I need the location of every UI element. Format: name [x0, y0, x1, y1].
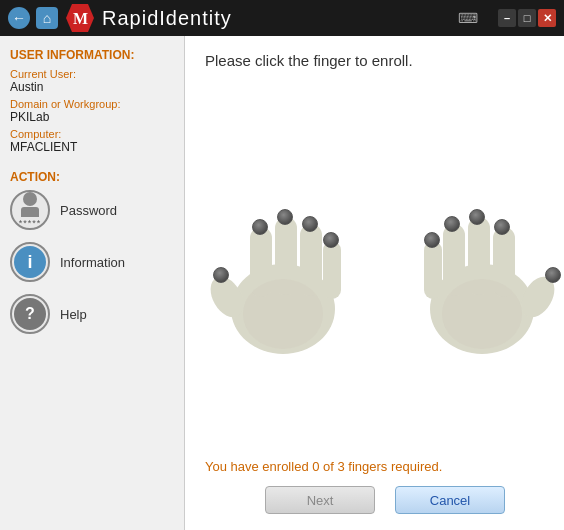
right-hand [405, 179, 564, 359]
current-user-value: Austin [10, 80, 174, 94]
information-icon: i [10, 242, 50, 282]
cancel-button[interactable]: Cancel [395, 486, 505, 514]
app-title: RapidIdentity [102, 7, 232, 30]
help-label: Help [60, 307, 87, 322]
action-help[interactable]: ? Help [10, 294, 174, 334]
computer-label: Computer: [10, 128, 174, 140]
right-ring-button[interactable] [444, 216, 460, 232]
bottom-buttons: Next Cancel [205, 486, 564, 514]
help-circle-icon: ? [14, 298, 46, 330]
enrolled-status: You have enrolled 0 of 3 fingers require… [205, 459, 564, 474]
current-user-label: Current User: [10, 68, 174, 80]
left-pinky-button[interactable] [323, 232, 339, 248]
prompt-text: Please click the finger to enroll. [205, 52, 564, 69]
left-middle-button[interactable] [277, 209, 293, 225]
svg-rect-11 [424, 241, 442, 299]
action-title: ACTION: [10, 170, 174, 184]
domain-value: PKILab [10, 110, 174, 124]
left-hand [205, 179, 365, 359]
computer-value: MFACLIENT [10, 140, 174, 154]
computer-row: Computer: MFACLIENT [10, 128, 174, 154]
minimize-button[interactable]: – [498, 9, 516, 27]
svg-text:M: M [73, 10, 88, 27]
password-icon: ***** [10, 190, 50, 230]
keyboard-icon: ⌨ [458, 10, 478, 26]
right-pinky-button[interactable] [424, 232, 440, 248]
action-password[interactable]: ***** Password [10, 190, 174, 230]
home-button[interactable]: ⌂ [36, 7, 58, 29]
user-info-title: USER INFORMATION: [10, 48, 174, 62]
password-label: Password [60, 203, 117, 218]
current-user-row: Current User: Austin [10, 68, 174, 94]
content-area: Please click the finger to enroll. [185, 36, 564, 530]
action-section: ACTION: ***** Password i Information [10, 170, 174, 334]
domain-row: Domain or Workgroup: PKILab [10, 98, 174, 124]
back-button[interactable]: ← [8, 7, 30, 29]
sidebar: USER INFORMATION: Current User: Austin D… [0, 36, 185, 530]
hands-container [205, 79, 564, 459]
app-logo: M RapidIdentity [64, 2, 232, 34]
right-thumb-button[interactable] [545, 267, 561, 283]
right-middle-button[interactable] [469, 209, 485, 225]
svg-point-15 [442, 279, 522, 349]
window-controls: – □ ✕ [498, 9, 556, 27]
close-button[interactable]: ✕ [538, 9, 556, 27]
help-icon: ? [10, 294, 50, 334]
domain-label: Domain or Workgroup: [10, 98, 174, 110]
info-circle-icon: i [14, 246, 46, 278]
svg-point-8 [243, 279, 323, 349]
right-index-button[interactable] [494, 219, 510, 235]
main-layout: USER INFORMATION: Current User: Austin D… [0, 36, 564, 530]
maximize-button[interactable]: □ [518, 9, 536, 27]
right-hand-svg [405, 179, 560, 364]
titlebar: ← ⌂ M RapidIdentity ⌨ – □ ✕ [0, 0, 564, 36]
information-label: Information [60, 255, 125, 270]
left-ring-button[interactable] [302, 216, 318, 232]
action-information[interactable]: i Information [10, 242, 174, 282]
left-thumb-button[interactable] [213, 267, 229, 283]
next-button[interactable]: Next [265, 486, 375, 514]
svg-rect-7 [323, 241, 341, 299]
left-index-button[interactable] [252, 219, 268, 235]
